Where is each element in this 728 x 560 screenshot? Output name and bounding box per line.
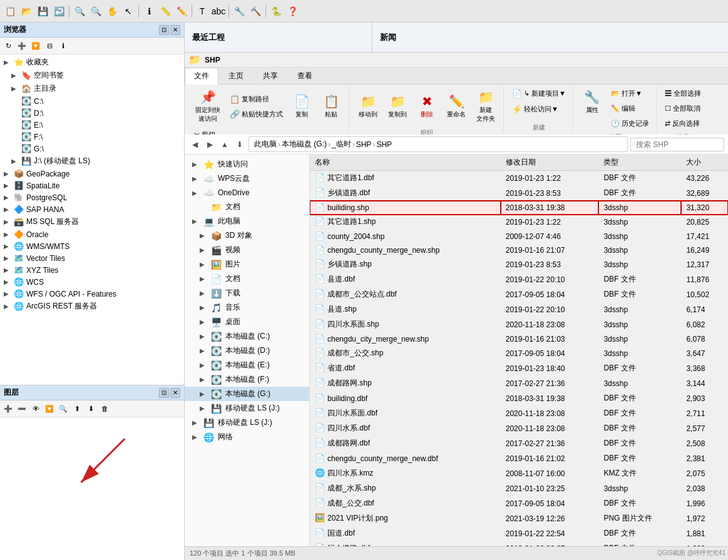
- table-row[interactable]: 📄国道.dbf 2019-01-22 22:54 DBF 文件 1,881: [310, 526, 728, 541]
- table-row[interactable]: 📄四川水系.dbf 2020-11-18 23:08 DBF 文件 2,577: [310, 421, 728, 436]
- browser-tree-g[interactable]: 💽 G:\: [1, 143, 183, 155]
- copy-btn[interactable]: 📄 复制: [288, 91, 315, 121]
- col-type[interactable]: 类型: [598, 155, 681, 171]
- browser-collapse-btn[interactable]: ⊟: [43, 39, 56, 52]
- browser-add-btn[interactable]: ➕: [16, 39, 28, 52]
- nav-network[interactable]: ▶ 🌐 网络: [185, 430, 309, 444]
- layers-search-btn[interactable]: 🔍: [57, 402, 69, 415]
- nav-pictures[interactable]: ▶ 🖼️ 图片: [185, 257, 309, 272]
- table-row[interactable]: 📄成都路网.dbf 2017-02-27 21:36 DBF 文件 2,508: [310, 436, 728, 451]
- table-row[interactable]: 📄乡镇道路.shp 2019-01-23 8:53 3dsshp 12,317: [310, 257, 728, 272]
- table-row[interactable]: 📄四川水系面.shp 2020-11-18 23:08 3dsshp 6,082: [310, 317, 728, 332]
- table-row[interactable]: 📄builiding.dbf 2018-03-31 19:38 DBF 文件 2…: [310, 391, 728, 406]
- browser-help-btn[interactable]: ℹ: [57, 39, 69, 52]
- nav-local-c[interactable]: ▶ 💽 本地磁盘 (C:): [185, 329, 309, 344]
- table-row[interactable]: 📄省道.dbf 2019-01-23 18:40 DBF 文件 3,368: [310, 361, 728, 376]
- browser-tree-vector-tiles[interactable]: ▶ 🗺️ Vector Tiles: [1, 252, 183, 264]
- toolbar-icon-zoom-in[interactable]: 🔍: [72, 4, 87, 19]
- browser-tree-oracle[interactable]: ▶ 🔶 Oracle: [1, 228, 183, 240]
- nav-desktop[interactable]: ▶ 🖥️ 桌面: [185, 315, 309, 329]
- table-row[interactable]: 📄成都市_公交站点.dbf 2017-09-05 18:04 DBF 文件 10…: [310, 287, 728, 302]
- browser-panel-close-btn[interactable]: ✕: [170, 25, 180, 35]
- toolbar-icon-plugin1[interactable]: 🔧: [232, 4, 247, 19]
- browser-tree-sap-hana[interactable]: ▶ 🔷 SAP HANA: [1, 203, 183, 215]
- table-row[interactable]: 🌐四川水系.kmz 2008-11-07 16:00 KMZ 文件 2,075: [310, 466, 728, 481]
- table-row[interactable]: 📄四川水系面.dbf 2020-11-18 23:08 DBF 文件 2,711: [310, 406, 728, 421]
- table-row[interactable]: 📄county_2004.shp 2009-12-07 4:46 3dsshp …: [310, 230, 728, 243]
- pin-to-quickaccess-btn[interactable]: 📌 固定到快速访问: [191, 87, 225, 126]
- nav-downloads[interactable]: ▶ ⬇️ 下载: [185, 286, 309, 300]
- table-row[interactable]: 📄县道.shp 2019-01-22 20:10 3dsshp 6,174: [310, 302, 728, 317]
- table-row[interactable]: 📄成都_水系.shp 2021-01-10 23:25 3dsshp 2,038: [310, 481, 728, 496]
- address-path[interactable]: 此电脑 › 本地磁盘 (G:) › _临时 › SHP › SHP: [249, 136, 628, 152]
- copy-to-btn[interactable]: 📁 复制到: [384, 91, 411, 121]
- layers-panel-float-btn[interactable]: ⊡: [159, 388, 169, 398]
- nav-up-btn[interactable]: ▲: [218, 138, 231, 151]
- toolbar-icon-help[interactable]: ❓: [285, 4, 300, 19]
- nav-music[interactable]: ▶ 🎵 音乐: [185, 300, 309, 315]
- address-search-input[interactable]: [630, 138, 724, 151]
- tab-share[interactable]: 共享: [254, 68, 287, 84]
- browser-tree-c[interactable]: 💽 C:\: [1, 95, 183, 107]
- invert-select-btn[interactable]: ⇄ 反向选择: [662, 117, 703, 130]
- nav-forward-btn[interactable]: ▶: [203, 138, 216, 151]
- browser-tree-e[interactable]: 💽 E:\: [1, 119, 183, 131]
- toolbar-icon-open[interactable]: 📂: [19, 4, 34, 19]
- nav-documents[interactable]: ▶ 📄 文档: [185, 272, 309, 286]
- table-row[interactable]: 📄成都路网.shp 2017-02-27 21:36 3dsshp 3,144: [310, 376, 728, 391]
- layers-down-btn[interactable]: ⬇: [85, 402, 97, 415]
- browser-tree-spatial-bookmarks[interactable]: ▶ 🔖 空间书签: [1, 69, 183, 82]
- table-row[interactable]: 📄成都_公交.dbf 2017-09-05 18:04 DBF 文件 1,996: [310, 496, 728, 511]
- layers-panel-close-btn[interactable]: ✕: [170, 388, 180, 398]
- properties-btn[interactable]: 🔧 属性: [578, 87, 606, 130]
- nav-recent-btn[interactable]: ⬇: [233, 138, 246, 151]
- toolbar-icon-plugin2[interactable]: 🔨: [248, 4, 263, 19]
- browser-tree-home[interactable]: ▶ 🏠 主目录: [1, 82, 183, 95]
- layers-eye-btn[interactable]: 👁: [29, 402, 42, 415]
- select-none-btn[interactable]: ☐ 全部取消: [662, 102, 704, 115]
- toolbar-icon-python[interactable]: 🐍: [269, 4, 284, 19]
- open-file-btn[interactable]: 📂 打开▼: [608, 87, 652, 100]
- nav-removable-j2[interactable]: ▶ 💾 移动硬盘 LS (J:): [185, 415, 309, 430]
- nav-this-pc[interactable]: ▶ 💻 此电脑: [185, 214, 309, 228]
- nav-videos[interactable]: ▶ 🎬 视频: [185, 243, 309, 257]
- layers-add-btn[interactable]: ➕: [2, 402, 14, 415]
- nav-quick-access[interactable]: ▶ ⭐ 快速访问: [185, 157, 309, 171]
- browser-filter-btn[interactable]: 🔽: [29, 39, 42, 52]
- col-date[interactable]: 修改日期: [501, 155, 599, 171]
- nav-local-g[interactable]: ▶ 💽 本地磁盘 (G:): [185, 387, 309, 401]
- browser-tree-d[interactable]: 💽 D:\: [1, 107, 183, 119]
- nav-3d-objects[interactable]: ▶ 📦 3D 对象: [185, 228, 309, 243]
- delete-btn[interactable]: ✖ 删除: [413, 91, 441, 121]
- browser-tree-xyz-tiles[interactable]: ▶ 🗺️ XYZ Tiles: [1, 264, 183, 276]
- toolbar-icon-text[interactable]: T: [195, 4, 210, 19]
- layers-up-btn[interactable]: ⬆: [71, 402, 83, 415]
- browser-tree-favorites[interactable]: ▶ ⭐ 收藏夹: [1, 56, 183, 69]
- table-row[interactable]: 📄行人道路.dbf 2019-01-20 23:37 DBF 文件 1,839: [310, 541, 728, 547]
- copy-path-btn[interactable]: 📋 复制路径: [227, 93, 286, 106]
- browser-tree-geopackage[interactable]: ▶ 📦 GeoPackage: [1, 168, 183, 180]
- table-row[interactable]: 📄成都市_公交.shp 2017-09-05 18:04 3dsshp 3,64…: [310, 346, 728, 361]
- history-btn[interactable]: 🕐 历史记录: [608, 117, 652, 130]
- rename-btn[interactable]: ✏️ 重命名: [443, 91, 470, 121]
- toolbar-icon-save[interactable]: 💾: [35, 4, 50, 19]
- toolbar-icon-new[interactable]: 📋: [3, 4, 18, 19]
- nav-local-f[interactable]: ▶ 💽 本地磁盘 (F:): [185, 372, 309, 387]
- table-row[interactable]: 📄其它道路1.dbf 2019-01-23 1:22 DBF 文件 43,226: [310, 171, 728, 186]
- browser-tree-wfs-ogc[interactable]: ▶ 🌐 WFS / OGC API - Features: [1, 288, 183, 300]
- toolbar-icon-pan[interactable]: ✋: [105, 4, 120, 19]
- table-row[interactable]: 📄chengdu_county_merge_new.shp 2019-01-16…: [310, 243, 728, 257]
- browser-tree-spatialite[interactable]: ▶ 🗄️ SpatiaLite: [1, 180, 183, 191]
- table-row[interactable]: 📄乡镇道路.dbf 2019-01-23 8:53 DBF 文件 32,689: [310, 186, 728, 201]
- nav-back-btn[interactable]: ◀: [188, 138, 201, 151]
- easy-access-btn[interactable]: ⚡ 轻松访问▼: [509, 103, 561, 116]
- toolbar-icon-undo[interactable]: ↩️: [51, 4, 66, 19]
- nav-wps-cloud[interactable]: ▶ ☁️ WPS云盘: [185, 171, 309, 186]
- tab-file[interactable]: 文件: [185, 68, 218, 84]
- nav-local-e[interactable]: ▶ 💽 本地磁盘 (E:): [185, 358, 309, 372]
- move-to-btn[interactable]: 📁 移动到: [354, 91, 382, 121]
- table-row[interactable]: 📄chengdu_city_merge_new.shp 2019-01-16 2…: [310, 332, 728, 346]
- table-row[interactable]: 📄builiding.shp 2018-03-31 19:38 3dsshp 3…: [310, 201, 728, 215]
- table-row[interactable]: 📄县道.dbf 2019-01-22 20:10 DBF 文件 11,876: [310, 272, 728, 287]
- paste-shortcut-btn[interactable]: 🔗 粘贴快捷方式: [227, 108, 286, 121]
